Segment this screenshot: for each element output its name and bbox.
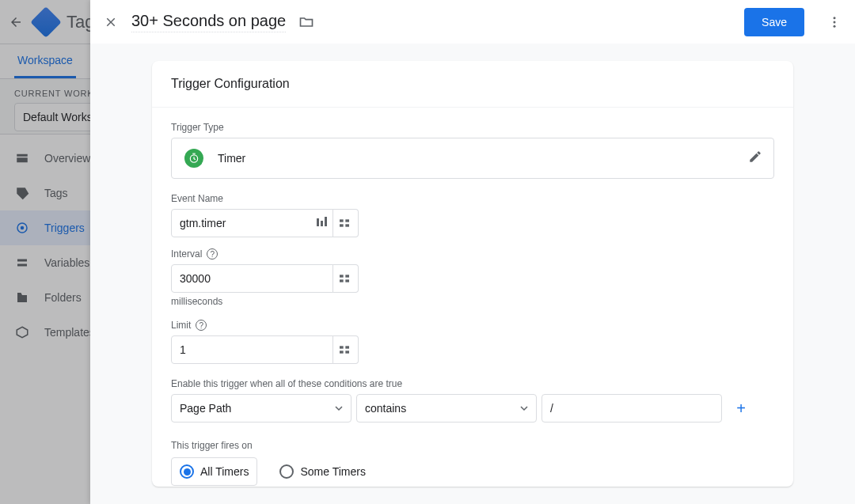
insert-variable-button[interactable] bbox=[330, 335, 359, 364]
svg-point-3 bbox=[834, 21, 836, 23]
tab-workspace[interactable]: Workspace bbox=[14, 44, 76, 78]
svg-rect-13 bbox=[340, 275, 344, 277]
interval-input[interactable] bbox=[171, 264, 333, 293]
svg-rect-19 bbox=[345, 346, 349, 348]
radio-some-label: Some Timers bbox=[300, 465, 365, 478]
gtm-logo bbox=[30, 6, 62, 38]
save-button[interactable]: Save bbox=[744, 8, 804, 36]
svg-rect-12 bbox=[345, 224, 349, 226]
svg-rect-8 bbox=[325, 217, 327, 226]
back-button[interactable] bbox=[6, 13, 25, 32]
radio-dot-icon bbox=[180, 464, 194, 479]
trigger-config-card: Trigger Configuration Trigger Type Timer… bbox=[152, 61, 793, 487]
radio-some-timers[interactable]: Some Timers bbox=[279, 464, 365, 479]
svg-rect-14 bbox=[340, 279, 344, 282]
template-icon bbox=[14, 324, 30, 340]
nav-label: Overview bbox=[44, 152, 90, 165]
condition-variable-select[interactable]: Page Path bbox=[171, 394, 352, 423]
timer-icon bbox=[184, 149, 203, 168]
edit-type-button[interactable] bbox=[748, 150, 762, 167]
event-name-input[interactable] bbox=[171, 209, 333, 237]
folder-icon bbox=[14, 290, 30, 305]
nav-label: Triggers bbox=[44, 222, 85, 234]
fires-on-label: This trigger fires on bbox=[171, 440, 774, 451]
condition-operator-value: contains bbox=[365, 402, 406, 415]
limit-input[interactable] bbox=[171, 335, 333, 364]
chevron-down-icon bbox=[335, 404, 343, 412]
svg-point-4 bbox=[834, 25, 836, 27]
interval-label: Interval bbox=[171, 248, 202, 260]
trigger-editor-panel: 30+ Seconds on page Save Trigger Configu… bbox=[90, 0, 855, 504]
event-name-label: Event Name bbox=[171, 193, 774, 204]
card-title: Trigger Configuration bbox=[152, 61, 793, 108]
svg-rect-9 bbox=[340, 219, 344, 222]
trigger-icon bbox=[14, 220, 30, 236]
svg-rect-15 bbox=[345, 275, 349, 277]
svg-rect-11 bbox=[345, 219, 349, 222]
limit-help-icon[interactable]: ? bbox=[196, 320, 207, 331]
svg-rect-17 bbox=[340, 346, 344, 348]
trigger-type-label: Trigger Type bbox=[171, 122, 774, 133]
dashboard-icon bbox=[14, 150, 30, 166]
insert-variable-button[interactable] bbox=[330, 209, 359, 237]
svg-point-2 bbox=[834, 17, 836, 19]
svg-rect-6 bbox=[317, 218, 319, 226]
radio-dot-icon bbox=[279, 464, 294, 479]
svg-rect-20 bbox=[345, 351, 349, 353]
limit-label: Limit bbox=[171, 320, 191, 331]
more-menu-button[interactable] bbox=[825, 13, 844, 32]
nav-label: Variables bbox=[44, 256, 89, 269]
svg-rect-10 bbox=[340, 224, 344, 226]
interval-help-icon[interactable]: ? bbox=[207, 248, 218, 260]
trigger-type-name: Timer bbox=[218, 152, 245, 165]
svg-rect-7 bbox=[321, 221, 323, 226]
insert-variable-button[interactable] bbox=[330, 264, 359, 293]
close-button[interactable] bbox=[101, 13, 120, 32]
svg-rect-18 bbox=[340, 351, 344, 353]
svg-rect-16 bbox=[345, 279, 349, 282]
add-condition-button[interactable]: + bbox=[732, 399, 750, 418]
svg-point-1 bbox=[21, 226, 25, 230]
radio-all-label: All Timers bbox=[200, 465, 249, 478]
trigger-type-selector[interactable]: Timer bbox=[171, 138, 774, 179]
trigger-name-input[interactable]: 30+ Seconds on page bbox=[131, 12, 286, 32]
choose-folder-button[interactable] bbox=[297, 13, 316, 32]
condition-variable-value: Page Path bbox=[180, 402, 231, 415]
nav-label: Tags bbox=[44, 187, 68, 199]
interval-hint: milliseconds bbox=[171, 296, 774, 307]
variables-icon bbox=[14, 255, 30, 271]
nav-label: Templates bbox=[44, 326, 95, 339]
radio-all-timers[interactable]: All Timers bbox=[171, 457, 257, 486]
conditions-label: Enable this trigger when all of these co… bbox=[171, 378, 774, 389]
bars-icon bbox=[316, 217, 327, 228]
condition-value-input[interactable] bbox=[542, 394, 722, 423]
condition-operator-select[interactable]: contains bbox=[356, 394, 537, 423]
nav-label: Folders bbox=[44, 291, 82, 304]
tag-icon bbox=[14, 185, 30, 201]
chevron-down-icon bbox=[520, 404, 528, 412]
